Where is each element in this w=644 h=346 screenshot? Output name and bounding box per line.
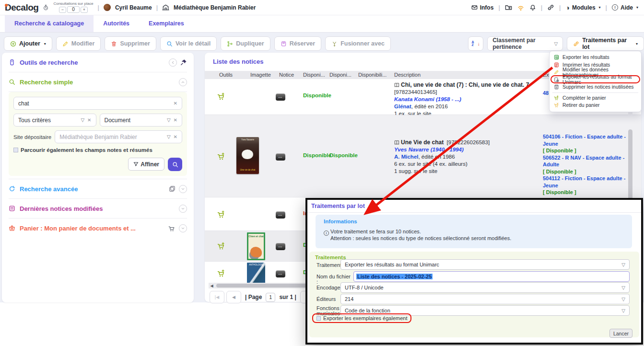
aide-menu[interactable]: ! Aide	[612, 4, 638, 11]
reserver-button[interactable]: Réserver	[274, 36, 322, 51]
book-cover-thumbnail[interactable]: Yves Navarre Une vie de chat	[236, 137, 259, 174]
merge-icon	[331, 41, 338, 47]
availability-status: Disponible	[303, 152, 331, 158]
notes-checkbox[interactable]	[13, 148, 18, 152]
notice-author[interactable]: Yves Navarre (1940 - 1994)	[394, 146, 538, 153]
tab-autorites[interactable]: Autorités	[94, 15, 139, 32]
infos-item[interactable]: Infos	[471, 4, 494, 11]
collapse-section-button[interactable]	[179, 78, 187, 86]
stack-icon[interactable]	[169, 185, 176, 192]
encodage-select[interactable]: UTF-8 / Unicode ▽	[340, 282, 630, 293]
affiner-button[interactable]: Affiner	[128, 158, 164, 171]
ajouter-button[interactable]: Ajouter	[4, 36, 52, 51]
notice-publisher[interactable]: A. Michel	[394, 154, 418, 160]
counter-minus-button[interactable]: −	[59, 7, 66, 13]
dernieres-notices-header[interactable]: Dernières notices modifiées	[9, 199, 187, 218]
site-name[interactable]: Médiathèque Benjamin Rabier	[174, 4, 256, 11]
informations-title: Informations	[324, 219, 357, 224]
clear-keyword-icon[interactable]: ✕	[174, 101, 177, 106]
exemplaire-ref[interactable]: 504112 - Fiction - Espace adulte - Jeune	[543, 175, 641, 189]
notice-author[interactable]: Kanata Konami (1958 - ...)	[394, 96, 538, 103]
book-cover-thumbnail[interactable]: Chien et chat	[247, 232, 265, 260]
traitements-par-lot-button[interactable]: Traitements par lot	[567, 36, 644, 51]
notice-copies: 6 ex. sur le site (4 ex. ailleurs)	[394, 161, 538, 168]
menu-item-label: Supprimer les notices inutilisées	[562, 84, 633, 90]
clear-criteria-icon[interactable]: ✕	[87, 117, 91, 123]
add-to-basket-icon[interactable]	[217, 269, 225, 279]
page-number-input[interactable]: 1	[266, 293, 275, 302]
col-description: Description	[394, 72, 421, 78]
voir-detail-button[interactable]: Voir le détail	[160, 36, 217, 51]
collapse-panel-button[interactable]	[169, 58, 177, 67]
counter-plus-button[interactable]: +	[81, 7, 88, 13]
notice-title[interactable]: Une Vie de chat	[401, 139, 444, 146]
table-row[interactable]: Yves Navarre Une vie de chat Disponible …	[205, 115, 641, 197]
sidebar-title: Outils de recherche	[20, 59, 78, 66]
lancer-button[interactable]: Lancer	[609, 329, 632, 338]
informations-box: Informations iVotre traitement se fera s…	[316, 215, 632, 248]
sort-az-button[interactable]: AZ↓	[468, 36, 483, 51]
recherche-avancee-header[interactable]: Recherche avancée	[9, 179, 187, 198]
divider: |	[156, 4, 158, 11]
first-page-button[interactable]: |◀	[210, 291, 224, 303]
dupliquer-button[interactable]: Dupliquer	[221, 36, 270, 51]
menu-item-exporter-resultats[interactable]: Exporter les résultats	[550, 54, 641, 61]
branch-icon	[227, 41, 233, 47]
supprimer-button[interactable]: Supprimer	[105, 36, 156, 51]
keyword-input[interactable]: chat ✕	[13, 97, 182, 110]
notice-icon[interactable]	[276, 153, 285, 161]
notes-checkbox-row[interactable]: Parcourir également les champs notes et …	[13, 147, 182, 153]
broadcast-icon[interactable]	[517, 4, 525, 12]
expand-section-button[interactable]	[179, 185, 187, 193]
exemplaire-ref[interactable]: 504106 - Fiction - Espace adulte - Jeune	[543, 133, 641, 147]
site-select[interactable]: Médiathèque Benjamin Rabier ▽ ✕	[55, 130, 182, 143]
notice-title[interactable]: Chi, une vie de chat (7) : Chi, une vie …	[401, 81, 529, 88]
recherche-simple-header[interactable]: Recherche simple	[9, 72, 187, 92]
notice-icon[interactable]	[276, 93, 285, 101]
traitement-select[interactable]: Exporter les résultats au format Unimarc…	[340, 259, 630, 270]
tab-exemplaires[interactable]: Exemplaires	[139, 15, 194, 32]
menu-item-completer-panier[interactable]: Compléter le panier	[550, 94, 641, 102]
pin-icon[interactable]	[180, 59, 187, 66]
clear-doctype-icon[interactable]: ✕	[174, 117, 177, 123]
expand-section-button[interactable]	[179, 224, 187, 232]
dernieres-notices-title: Dernières notices modifiées	[20, 205, 103, 212]
bell-icon[interactable]	[529, 4, 536, 11]
criteria-select[interactable]: Tous critères ▽ ✕	[13, 114, 96, 127]
menu-item-retirer-panier[interactable]: Retirer du panier	[550, 102, 641, 109]
editeurs-select[interactable]: 214 ▽	[340, 294, 630, 304]
doctype-select[interactable]: Document ▽ ✕	[100, 114, 183, 127]
availability-status: Disponible	[303, 92, 331, 98]
col-dispo3: Disponibili...	[358, 72, 386, 78]
book-cover-thumbnail[interactable]: ANTHOLOGIE	[247, 263, 265, 283]
previous-page-button[interactable]: ◀	[226, 291, 241, 303]
nom-fichier-input[interactable]: Liste des notices - 2025-02-25	[353, 271, 630, 282]
folder-icon[interactable]	[505, 4, 512, 11]
add-to-basket-icon[interactable]	[217, 210, 225, 220]
notice-publisher[interactable]: Glénat	[394, 104, 411, 109]
link-icon[interactable]	[547, 4, 554, 11]
menu-item-label: Exporter les résultats au format Unimarc	[562, 74, 637, 85]
modifier-button[interactable]: Modifier	[56, 36, 101, 51]
notice-icon[interactable]	[276, 270, 285, 277]
export-exemplaires-checkbox[interactable]	[316, 316, 321, 321]
exemplaire-ref[interactable]: 506522 - R NAV - Espace adulte - Adulte	[543, 154, 641, 168]
panier-header[interactable]: Panier : Mon panier de documents et ...	[9, 219, 187, 238]
menu-item-supprimer-notices[interactable]: Supprimer les notices inutilisées	[550, 83, 641, 91]
modules-menu[interactable]: ◑ Modules	[565, 4, 600, 12]
add-to-basket-icon[interactable]	[217, 92, 225, 103]
user-name[interactable]: Cyril Beaume	[115, 4, 152, 11]
add-to-basket-icon[interactable]	[217, 152, 225, 162]
classement-select[interactable]: Classement par pertinence ▽	[487, 36, 563, 51]
fusionner-button[interactable]: Fusionner avec	[325, 36, 391, 51]
add-to-basket-icon[interactable]	[217, 242, 225, 252]
notice-icon[interactable]	[276, 211, 285, 219]
cart-icon[interactable]	[168, 225, 176, 232]
expand-section-button[interactable]	[179, 205, 187, 213]
clear-site-icon[interactable]: ✕	[174, 134, 177, 139]
notice-icon[interactable]	[276, 243, 285, 250]
hscroll-left-arrow[interactable]: ◀	[209, 283, 215, 288]
tab-recherche-catalogage[interactable]: Recherche & catalogage	[5, 15, 94, 32]
search-submit-button[interactable]	[168, 158, 182, 171]
menu-item-exporter-unimarc[interactable]: Exporter les résultats au format Unimarc	[550, 76, 641, 84]
